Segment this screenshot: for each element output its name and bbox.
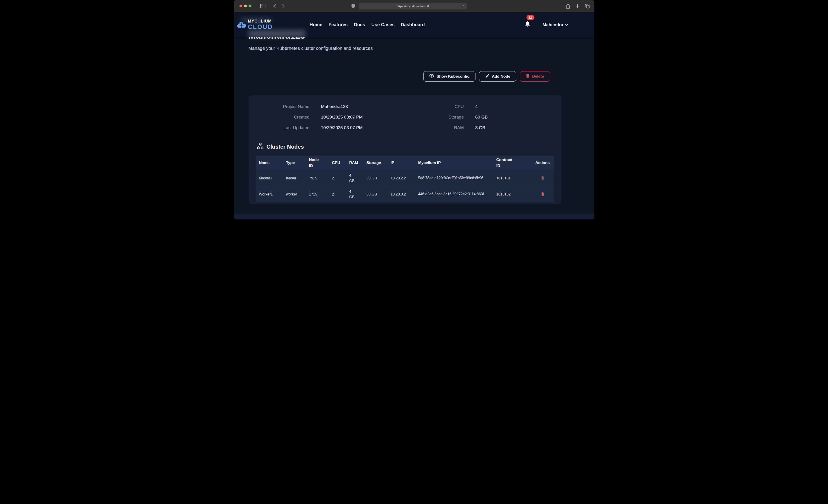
cell-storage: 30 GB [363, 170, 387, 186]
info-value: 10/29/2025 03:07 PM [321, 125, 363, 130]
brand-line2: CLOUD [248, 24, 273, 30]
cell-ram: 4 GB [346, 170, 363, 186]
info-row-created: Created 10/29/2025 03:07 PM [260, 115, 405, 120]
blurred-title-remnant [248, 30, 306, 37]
col-cpu: CPU [329, 156, 346, 170]
cell-ip: 10.20.2.2 [387, 170, 415, 186]
nav-link-use-cases[interactable]: Use Cases [371, 22, 395, 27]
info-value: 4 [475, 104, 478, 109]
cluster-nodes-table: Name Type Node ID CPU RAM Storage IP Myc… [256, 156, 554, 202]
cluster-actions: Show Kubeconfig Add Node Delete [423, 71, 550, 82]
address-bar[interactable]: https://myceliumcloud.tf [359, 3, 467, 9]
forward-button[interactable] [282, 4, 285, 8]
cell-actions [532, 170, 554, 186]
table-row-worker1: Worker1 worker 1715 2 4 GB 30 GB 10.20.3… [256, 186, 554, 202]
info-label: Created [260, 115, 309, 120]
col-contract-id: Contract ID [493, 156, 532, 170]
share-icon[interactable] [566, 4, 570, 9]
info-row-project-name: Project Name Mahendra123 [260, 104, 405, 109]
col-ip: IP [387, 156, 415, 170]
trash-icon [526, 74, 530, 79]
top-navbar: MYCLIUM CLOUD Home Features Docs Use Cas… [234, 12, 594, 37]
info-value: Mahendra123 [321, 104, 348, 109]
eye-icon [429, 74, 434, 79]
info-label: Storage [405, 115, 464, 120]
close-window-button[interactable] [240, 5, 242, 7]
cell-actions [532, 186, 554, 202]
cell-contract-id: 1613132 [493, 186, 532, 202]
browser-chrome: https://myceliumcloud.tf [234, 0, 594, 12]
add-node-label: Add Node [492, 74, 510, 79]
brand-logo[interactable]: MYCLIUM CLOUD [237, 19, 273, 30]
col-node-id: Node ID [306, 156, 329, 170]
col-mycelium-ip: Mycelium IP [415, 156, 493, 170]
delete-node-button[interactable] [540, 175, 545, 181]
delete-node-button[interactable] [540, 192, 545, 197]
nav-links: Home Features Docs Use Cases Dashboard [309, 22, 425, 27]
privacy-shield-icon [351, 4, 355, 8]
brand-wordmark: MYCLIUM CLOUD [248, 19, 273, 30]
reload-icon[interactable] [461, 4, 465, 8]
show-kubeconfig-button[interactable]: Show Kubeconfig [423, 71, 476, 82]
user-menu[interactable]: Mahendra [543, 22, 568, 27]
notifications-button[interactable]: 11 [525, 21, 531, 29]
nav-link-dashboard[interactable]: Dashboard [401, 22, 425, 27]
sitemap-icon [257, 143, 263, 151]
col-type: Type [283, 156, 306, 170]
delete-cluster-button[interactable]: Delete [520, 71, 550, 82]
chrome-right-icons [566, 0, 590, 12]
info-value: 8 GB [475, 125, 485, 130]
cell-mycelium-ip: 446:d2a6:8bcd:8c16:ff0f:72e2:3114:863f [415, 186, 493, 202]
brand-line1: MYCLIUM [248, 19, 273, 24]
url-text: https://myceliumcloud.tf [397, 5, 429, 8]
table-row-master1: Master1 leader 7915 2 4 GB 30 GB 10.20.2… [256, 170, 554, 186]
cell-type: worker [283, 186, 306, 202]
cell-contract-id: 1613131 [493, 170, 532, 186]
back-button[interactable] [273, 4, 276, 8]
page-subtitle: Manage your Kubernetes cluster configura… [248, 46, 373, 51]
info-label: Last Updated [260, 125, 309, 130]
user-name: Mahendra [543, 22, 563, 27]
info-label: CPU [405, 104, 464, 109]
col-actions: Actions [532, 156, 554, 170]
trash-icon [541, 193, 544, 197]
info-label: Project Name [260, 104, 309, 109]
show-kubeconfig-label: Show Kubeconfig [437, 74, 470, 79]
cell-storage: 30 GB [363, 186, 387, 202]
sidebar-toggle-icon[interactable] [260, 4, 265, 8]
cell-name: Worker1 [256, 186, 283, 202]
navbar-right: 11 Mahendra [525, 21, 568, 29]
notification-count-badge: 11 [527, 15, 534, 20]
add-node-button[interactable]: Add Node [479, 71, 516, 82]
new-tab-icon[interactable] [575, 4, 580, 8]
cell-mycelium-ip: 5d8:78ea:a120:f40c:ff0f:a5fe:99e6:8b96 [415, 170, 493, 186]
cell-ip: 10.20.3.2 [387, 186, 415, 202]
cell-cpu: 2 [329, 170, 346, 186]
info-row-ram: RAM 8 GB [405, 125, 550, 130]
zoom-window-button[interactable] [249, 5, 251, 7]
pencil-icon [485, 74, 489, 79]
cluster-nodes-title: Cluster Nodes [266, 143, 304, 150]
chevron-down-icon [565, 23, 568, 27]
footer-band [234, 213, 594, 219]
cloud-logo-icon [237, 20, 246, 30]
nav-link-features[interactable]: Features [329, 22, 348, 27]
trash-icon [541, 177, 544, 180]
info-row-last-updated: Last Updated 10/29/2025 03:07 PM [260, 125, 405, 130]
tab-overview-icon[interactable] [585, 4, 590, 8]
table-header-row: Name Type Node ID CPU RAM Storage IP Myc… [256, 156, 554, 170]
minimize-window-button[interactable] [244, 5, 247, 7]
col-storage: Storage [363, 156, 387, 170]
nav-link-home[interactable]: Home [309, 22, 322, 27]
cell-node-id: 7915 [306, 170, 329, 186]
logo-e-glyph [258, 20, 261, 23]
cell-name: Master1 [256, 170, 283, 186]
cell-node-id: 1715 [306, 186, 329, 202]
nav-link-docs[interactable]: Docs [354, 22, 365, 27]
cluster-nodes-heading: Cluster Nodes [257, 143, 562, 151]
bell-icon [525, 24, 531, 28]
cell-type: leader [283, 170, 306, 186]
cluster-info-grid: Project Name Mahendra123 CPU 4 Created 1… [260, 104, 550, 130]
col-ram: RAM [346, 156, 363, 170]
delete-label: Delete [532, 74, 544, 79]
